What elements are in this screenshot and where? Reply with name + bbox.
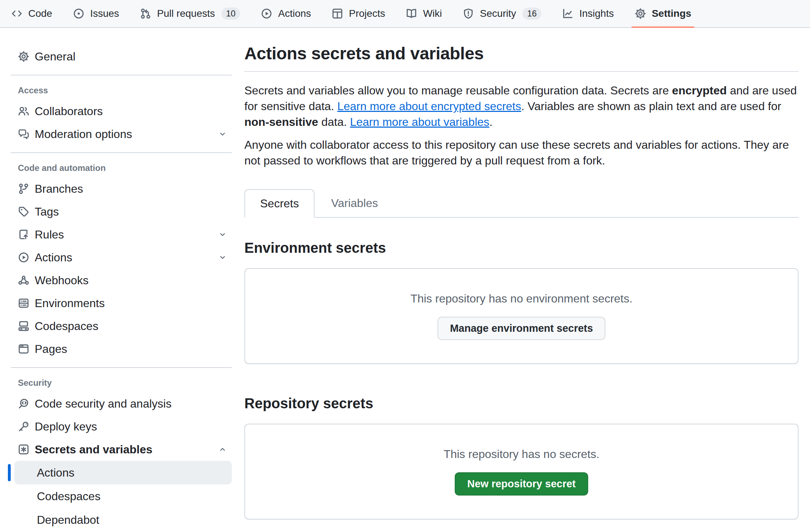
sidebar-item-label: Actions — [35, 251, 72, 264]
nav-tab-label: Actions — [278, 8, 311, 19]
nav-tab-settings[interactable]: Settings — [629, 0, 697, 27]
sidebar-item-label: Collaborators — [35, 105, 103, 118]
nav-tab-actions[interactable]: Actions — [255, 0, 316, 27]
new-repository-secret-button[interactable]: New repository secret — [455, 472, 588, 496]
intro-text: Secrets and variables allow you to manag… — [244, 83, 799, 168]
sidebar-item-tags[interactable]: Tags — [11, 200, 232, 223]
sidebar-subitem-label: Dependabot — [37, 513, 99, 527]
graph-icon — [562, 8, 574, 19]
sidebar-subitem-label: Actions — [37, 466, 74, 479]
sidebar-item-label: Deploy keys — [35, 420, 97, 433]
sidebar-item-label: Secrets and variables — [35, 443, 152, 456]
title-divider — [244, 71, 799, 72]
intro-bold-encrypted: encrypted — [672, 84, 727, 97]
sidebar-item-rules[interactable]: Rules — [11, 223, 232, 246]
nav-tab-label: Wiki — [423, 8, 442, 19]
sidebar-subitem-codespaces[interactable]: Codespaces — [14, 484, 232, 508]
gear-icon — [18, 51, 29, 62]
nav-tab-code[interactable]: Code — [6, 0, 58, 27]
chevron-up-icon — [218, 445, 227, 454]
sidebar-item-moderation-options[interactable]: Moderation options — [11, 123, 232, 146]
repo-push-icon — [18, 229, 29, 240]
sidebar-divider — [11, 152, 232, 153]
nav-tab-label: Pull requests — [157, 8, 215, 19]
nav-tab-security[interactable]: Security 16 — [457, 0, 547, 27]
sidebar-item-label: Branches — [35, 182, 83, 196]
sidebar-item-actions[interactable]: Actions — [11, 246, 232, 269]
sidebar-subitem-actions[interactable]: Actions — [14, 461, 232, 484]
chevron-down-icon — [218, 130, 227, 138]
book-icon — [406, 8, 417, 19]
people-icon — [18, 105, 29, 117]
asterisk-box-icon — [18, 444, 29, 455]
intro-text-segment: Secrets and variables allow you to manag… — [244, 84, 672, 97]
issue-opened-icon — [73, 8, 84, 19]
intro-text-segment: . Variables are shown as plain text and … — [521, 100, 781, 113]
server-icon — [18, 297, 29, 309]
tab-secrets[interactable]: Secrets — [244, 189, 314, 218]
sidebar-item-label: Tags — [35, 205, 59, 218]
play-circle-icon — [261, 8, 272, 19]
sidebar-item-pages[interactable]: Pages — [11, 338, 232, 360]
nav-tab-insights[interactable]: Insights — [557, 0, 619, 27]
page-title: Actions secrets and variables — [244, 44, 799, 63]
sidebar-item-branches[interactable]: Branches — [11, 177, 232, 200]
git-pull-request-icon — [140, 8, 151, 19]
sidebar-item-label: Moderation options — [35, 128, 132, 141]
comment-discussion-icon — [18, 128, 29, 140]
tab-variables[interactable]: Variables — [314, 189, 394, 217]
sidebar-item-label: General — [35, 50, 75, 63]
sidebar-subitem-label: Codespaces — [37, 490, 101, 503]
table-icon — [332, 8, 343, 19]
sidebar-section-heading: Access — [11, 85, 232, 95]
git-branch-icon — [18, 183, 29, 194]
sidebar-item-label: Pages — [35, 343, 67, 356]
manage-environment-secrets-button[interactable]: Manage environment secrets — [438, 317, 606, 340]
gear-icon — [635, 8, 646, 19]
sidebar-item-codespaces[interactable]: Codespaces — [11, 315, 232, 338]
sidebar-subitem-dependabot[interactable]: Dependabot — [14, 508, 232, 532]
sidebar-item-environments[interactable]: Environments — [11, 292, 232, 315]
intro-text-segment: data. — [318, 115, 350, 128]
sidebar-item-collaborators[interactable]: Collaborators — [11, 100, 232, 123]
nav-tab-pull-requests[interactable]: Pull requests 10 — [135, 0, 246, 27]
nav-tab-label: Projects — [349, 8, 385, 19]
intro-paragraph-1: Secrets and variables allow you to manag… — [244, 83, 799, 130]
link-learn-more-encrypted-secrets[interactable]: Learn more about encrypted secrets — [337, 100, 521, 113]
nav-tab-issues[interactable]: Issues — [68, 0, 125, 27]
nav-tab-projects[interactable]: Projects — [326, 0, 390, 27]
intro-text-segment: . — [489, 115, 493, 128]
settings-sidebar: General Access Collaborators Moderation … — [0, 28, 236, 532]
codespaces-icon — [18, 320, 29, 332]
chevron-down-icon — [218, 253, 227, 262]
nav-tab-label: Issues — [90, 8, 119, 19]
sidebar-section-heading: Security — [11, 378, 232, 388]
sidebar-item-deploy-keys[interactable]: Deploy keys — [11, 415, 232, 438]
repository-secrets-empty-message: This repository has no secrets. — [444, 448, 600, 461]
intro-paragraph-2: Anyone with collaborator access to this … — [244, 137, 799, 168]
sidebar-item-code-security[interactable]: Code security and analysis — [11, 392, 232, 415]
key-icon — [18, 421, 29, 432]
play-circle-icon — [18, 252, 29, 263]
sidebar-item-general[interactable]: General — [11, 45, 232, 68]
environment-secrets-heading: Environment secrets — [244, 240, 799, 256]
nav-tab-label: Insights — [579, 8, 614, 19]
code-icon — [11, 8, 23, 19]
tag-icon — [18, 206, 29, 217]
sidebar-divider — [11, 367, 232, 368]
sidebar-item-secrets-and-variables[interactable]: Secrets and variables — [11, 438, 232, 461]
environment-secrets-empty-message: This repository has no environment secre… — [410, 292, 633, 305]
sidebar-item-label: Webhooks — [35, 274, 89, 287]
nav-tab-wiki[interactable]: Wiki — [400, 0, 447, 27]
chevron-down-icon — [218, 230, 227, 239]
repository-secrets-heading: Repository secrets — [244, 395, 799, 412]
sidebar-item-label: Codespaces — [35, 320, 98, 333]
environment-secrets-empty-state: This repository has no environment secre… — [244, 268, 799, 364]
webhook-icon — [18, 275, 29, 286]
browser-icon — [18, 343, 29, 355]
sidebar-item-label: Rules — [35, 228, 64, 241]
repository-secrets-empty-state: This repository has no secrets. New repo… — [244, 424, 799, 519]
sidebar-item-label: Code security and analysis — [35, 397, 171, 410]
sidebar-item-webhooks[interactable]: Webhooks — [11, 269, 232, 292]
link-learn-more-variables[interactable]: Learn more about variables — [350, 115, 489, 128]
